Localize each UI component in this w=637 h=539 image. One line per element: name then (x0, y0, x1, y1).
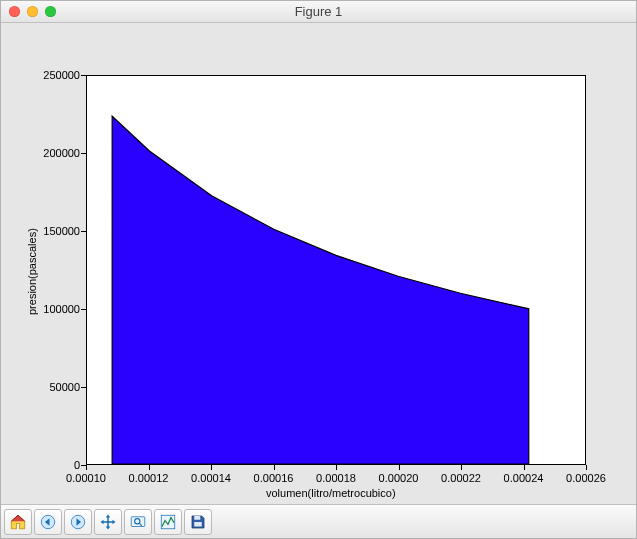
y-tick (81, 75, 86, 76)
window-title: Figure 1 (1, 4, 636, 19)
home-button[interactable] (4, 509, 32, 535)
y-tick-label: 100000 (40, 303, 80, 315)
x-tick (461, 465, 462, 470)
y-tick (81, 153, 86, 154)
zoom-icon[interactable] (45, 6, 56, 17)
save-button[interactable] (184, 509, 212, 535)
back-button[interactable] (34, 509, 62, 535)
y-tick (81, 387, 86, 388)
x-tick-label: 0.00026 (566, 472, 606, 484)
x-tick-label: 0.00016 (254, 472, 294, 484)
close-icon[interactable] (9, 6, 20, 17)
x-tick (524, 465, 525, 470)
arrow-right-icon (69, 513, 87, 531)
svg-rect-7 (194, 522, 202, 527)
subplots-icon (159, 513, 177, 531)
nav-toolbar (1, 505, 636, 538)
svg-rect-6 (194, 516, 200, 520)
x-tick-label: 0.00022 (441, 472, 481, 484)
arrow-left-icon (39, 513, 57, 531)
x-tick (274, 465, 275, 470)
figure-window: Figure 1 volumen(litro/metrocubico) pres… (0, 0, 637, 539)
x-tick (211, 465, 212, 470)
x-tick (586, 465, 587, 470)
figure-canvas[interactable]: volumen(litro/metrocubico) presion(pasca… (1, 23, 636, 505)
y-tick-label: 200000 (40, 147, 80, 159)
axes-area (86, 75, 586, 465)
subplots-button[interactable] (154, 509, 182, 535)
x-tick-label: 0.00024 (504, 472, 544, 484)
zoom-button[interactable] (124, 509, 152, 535)
y-tick (81, 309, 86, 310)
y-tick (81, 231, 86, 232)
x-tick (399, 465, 400, 470)
x-tick (86, 465, 87, 470)
y-axis-label: presion(pascales) (26, 228, 38, 315)
area-series (112, 116, 529, 464)
svg-rect-5 (161, 515, 175, 529)
x-tick-label: 0.00010 (66, 472, 106, 484)
y-tick-label: 150000 (40, 225, 80, 237)
x-tick-label: 0.00018 (316, 472, 356, 484)
window-controls (9, 6, 56, 17)
x-tick-label: 0.00020 (379, 472, 419, 484)
home-icon (9, 513, 27, 531)
x-tick (149, 465, 150, 470)
move-icon (99, 513, 117, 531)
titlebar: Figure 1 (1, 1, 636, 23)
y-tick (81, 465, 86, 466)
pan-button[interactable] (94, 509, 122, 535)
minimize-icon[interactable] (27, 6, 38, 17)
floppy-icon (189, 513, 207, 531)
y-tick-label: 250000 (40, 69, 80, 81)
forward-button[interactable] (64, 509, 92, 535)
x-tick-label: 0.00012 (129, 472, 169, 484)
y-tick-label: 0 (70, 459, 80, 471)
zoom-rect-icon (129, 513, 147, 531)
x-tick-label: 0.00014 (191, 472, 231, 484)
plot-area (87, 76, 585, 464)
x-axis-label: volumen(litro/metrocubico) (266, 487, 396, 499)
x-tick (336, 465, 337, 470)
y-tick-label: 50000 (46, 381, 80, 393)
